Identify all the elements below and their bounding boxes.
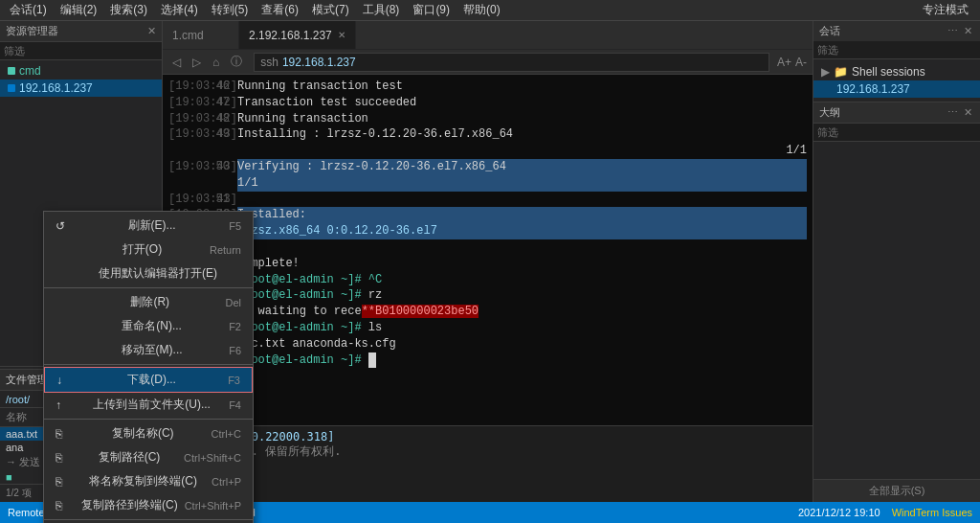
term-line-rz-wait: rz waiting to rece**B0100000023be50 xyxy=(168,304,807,320)
sessions-header: 会话 ⋯ ✕ xyxy=(813,21,980,41)
ctx-sep-1 xyxy=(44,287,253,288)
sessions-tree: ▶ 📁 Shell sessions 192.168.1.237 xyxy=(813,59,980,102)
session-ip-item[interactable]: 192.168.1.237 xyxy=(813,80,980,98)
focus-mode[interactable]: 专注模式 xyxy=(923,2,976,18)
ssh-address: 192.168.1.237 xyxy=(282,56,356,69)
ctx-upload[interactable]: ↑ 上传到当前文件夹(U)... F4 xyxy=(44,393,253,417)
term-line-53: [19:03:43] 53 lrzsz.x86_64 0:0.12.20-36.… xyxy=(168,223,807,239)
ctx-sep-3 xyxy=(44,419,253,420)
ctx-open-editor-label: 使用默认编辑器打开(E) xyxy=(99,265,217,282)
ctx-rename[interactable]: 重命名(N)... F2 xyxy=(44,314,253,338)
ctx-open-editor[interactable]: 使用默认编辑器打开(E) xyxy=(44,262,253,285)
outline-section: 大纲 ⋯ ✕ xyxy=(813,102,980,479)
toolbar-forward-btn[interactable]: ▷ xyxy=(189,54,205,71)
ctx-rename-label: 重命名(N)... xyxy=(122,318,182,334)
ctx-copy-path-to-term-icon: ⎘ xyxy=(56,499,71,512)
context-menu: ↺ 刷新(E)... F5 打开(O) Return 使用默认编辑器打开(E) … xyxy=(43,211,254,523)
ctx-upload-icon: ↑ xyxy=(56,398,71,412)
sessions-filter-input[interactable] xyxy=(817,44,976,56)
ctx-download-shortcut: F3 xyxy=(228,375,240,386)
menu-mode[interactable]: 模式(7) xyxy=(306,0,355,20)
ctx-download-label: 下载(D)... xyxy=(127,372,176,388)
menu-goto[interactable]: 转到(5) xyxy=(206,0,255,20)
outline-settings-icon[interactable]: ⋯ xyxy=(946,105,960,120)
menu-bar: 会话(1) 编辑(2) 搜索(3) 选择(4) 转到(5) 查看(6) 模式(7… xyxy=(0,0,980,21)
status-bar-right: 2021/12/12 19:10 WindTerm Issues xyxy=(798,507,972,518)
ctx-download[interactable]: ↓ 下载(D)... F3 xyxy=(44,367,253,393)
ctx-copy-path-label: 复制路径(C) xyxy=(99,449,161,466)
toolbar-right-icons: A+ A- xyxy=(777,56,807,69)
tab-ip-label: 2.192.168.1.237 xyxy=(249,29,332,42)
font-plus-btn[interactable]: A+ xyxy=(777,56,791,69)
menu-select[interactable]: 选择(4) xyxy=(155,0,204,20)
term-line-50: [19:03:43] 50 Verifying : lrzsz-0.12.20-… xyxy=(168,159,807,192)
ctx-move[interactable]: 移动至(M)... F6 xyxy=(44,338,253,362)
ctx-copy-path[interactable]: ⎘ 复制路径(C) Ctrl+Shift+C xyxy=(44,445,253,469)
resource-filter-input[interactable] xyxy=(4,45,158,57)
outline-close-icon[interactable]: ✕ xyxy=(962,105,974,120)
ctx-delete[interactable]: 删除(R) Del xyxy=(44,290,253,314)
tree-item-ip[interactable]: 192.168.1.237 xyxy=(0,80,162,97)
toolbar-back-btn[interactable]: ◁ xyxy=(168,54,185,71)
ctx-upload-shortcut: F4 xyxy=(229,399,241,411)
resource-manager-title: 资源管理器 xyxy=(6,24,58,38)
toolbar-home-btn[interactable]: ⌂ xyxy=(209,54,223,71)
sessions-section: 会话 ⋯ ✕ ▶ 📁 Shell sessions 192.168.1.237 xyxy=(813,21,980,102)
tree-item-ip-label: 192.168.1.237 xyxy=(19,81,93,95)
sessions-close-icon[interactable]: ✕ xyxy=(962,24,974,38)
ctx-copy-name-to-term[interactable]: ⎘ 将名称复制到终端(C) Ctrl+P xyxy=(44,469,253,493)
tab-cmd[interactable]: 1.cmd xyxy=(163,21,239,49)
ctx-copy-path-shortcut: Ctrl+Shift+C xyxy=(184,452,241,464)
tree-item-cmd[interactable]: cmd xyxy=(0,62,162,80)
menu-bar-items: 会话(1) 编辑(2) 搜索(3) 选择(4) 转到(5) 查看(6) 模式(7… xyxy=(4,0,506,20)
ctx-copy-name-to-term-label: 将名称复制到终端(C) xyxy=(89,473,197,489)
file-name-ana: ana xyxy=(6,442,23,453)
ssh-address-bar: ssh 192.168.1.237 xyxy=(254,53,769,72)
close-icon[interactable]: ✕ xyxy=(147,25,156,37)
term-line-ls: [root@el-admin ~]# ls xyxy=(168,320,807,336)
terminal[interactable]: [19:03:42] 46 Running transaction test [… xyxy=(163,75,813,425)
menu-tools[interactable]: 工具(8) xyxy=(357,0,406,20)
toolbar-info-btn[interactable]: ⓘ xyxy=(227,52,246,72)
ctx-copy-path-to-term-shortcut: Ctrl+Shift+P xyxy=(185,500,241,512)
shell-sessions-folder[interactable]: ▶ 📁 Shell sessions xyxy=(813,63,980,80)
ctx-move-label: 移动至(M)... xyxy=(122,342,183,358)
tab-ip-close-icon[interactable]: ✕ xyxy=(338,30,345,40)
menu-session[interactable]: 会话(1) xyxy=(4,0,53,20)
shell-sessions-label: Shell sessions xyxy=(852,65,925,79)
outline-header-icons: ⋯ ✕ xyxy=(946,105,974,120)
menu-search[interactable]: 搜索(3) xyxy=(104,0,153,20)
menu-help[interactable]: 帮助(0) xyxy=(457,0,506,20)
term-line-47: [19:03:42] 47 Transaction test succeeded xyxy=(168,95,807,111)
outline-filter-input[interactable] xyxy=(817,126,976,138)
ctx-copy-name-to-term-icon: ⎘ xyxy=(56,475,71,489)
ctx-move-shortcut: F6 xyxy=(229,345,241,356)
show-all-button[interactable]: 全部显示(S) xyxy=(813,479,980,502)
tab-ip[interactable]: 2.192.168.1.237 ✕ xyxy=(239,21,356,49)
sessions-title: 会话 xyxy=(819,24,840,38)
term-line-54: [19:03:43] 54 xyxy=(168,239,807,256)
bottom-content: [18:43] [10.0.22000.318] [18:43] (c) . 保… xyxy=(163,426,813,502)
term-line-48: [19:03:42] 48 Running transaction xyxy=(168,111,807,127)
menu-window[interactable]: 窗口(9) xyxy=(407,0,456,20)
sessions-header-icons: ⋯ ✕ xyxy=(946,24,974,38)
ctx-refresh[interactable]: ↺ 刷新(E)... F5 xyxy=(44,214,253,238)
ctx-copy-name[interactable]: ⎘ 复制名称(C) Ctrl+C xyxy=(44,421,253,445)
font-minus-btn[interactable]: A- xyxy=(795,56,807,69)
status-warning[interactable]: WindTerm Issues xyxy=(892,507,972,518)
ctx-copy-path-to-term[interactable]: ⎘ 复制路径到终端(C) Ctrl+Shift+P xyxy=(44,493,253,517)
ctx-copy-path-to-term-label: 复制路径到终端(C) xyxy=(81,497,178,513)
outline-title: 大纲 xyxy=(819,105,840,120)
sessions-filter xyxy=(813,41,980,59)
outline-filter xyxy=(813,124,980,142)
resource-manager-icons: ✕ xyxy=(147,25,156,37)
ctx-refresh-label: 刷新(E)... xyxy=(128,217,176,234)
ctx-open[interactable]: 打开(O) Return xyxy=(44,238,253,262)
ctx-copy-name-label: 复制名称(C) xyxy=(112,425,174,442)
menu-view[interactable]: 查看(6) xyxy=(256,0,304,20)
sessions-settings-icon[interactable]: ⋯ xyxy=(946,24,960,38)
bottom-line3: [18:43] xyxy=(168,460,807,473)
folder-expand-icon: ▶ xyxy=(821,65,830,79)
menu-edit[interactable]: 编辑(2) xyxy=(55,0,103,20)
session-ip-label: 192.168.1.237 xyxy=(821,82,910,96)
